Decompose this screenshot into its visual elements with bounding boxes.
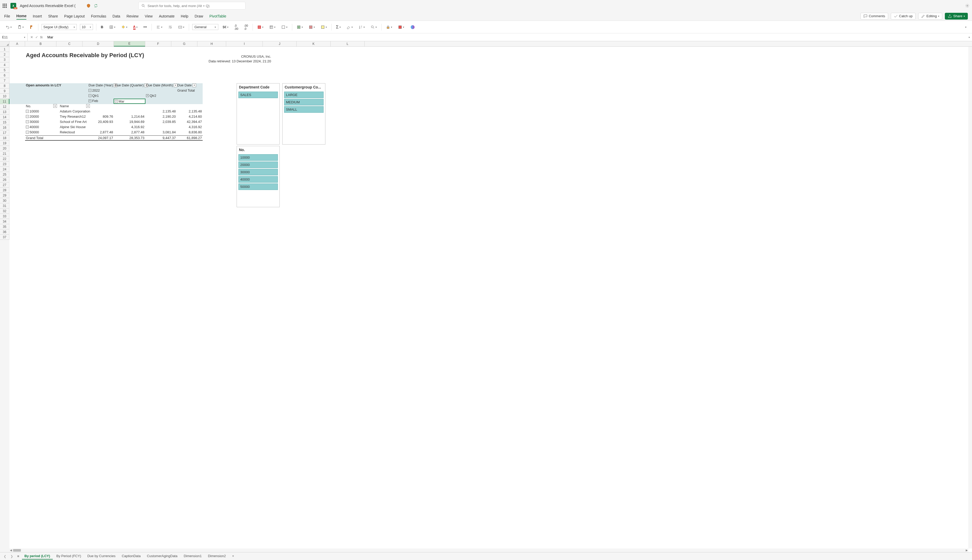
tab-home[interactable]: Home [17,13,27,20]
collapse-icon[interactable]: − [26,120,29,123]
format-cells-button[interactable]: ▾ [319,24,328,30]
sheet-tab-captiondata[interactable]: CaptionData [119,553,143,560]
formula-expand-icon[interactable]: ▾ [969,36,970,38]
qtr1-value[interactable]: −Qtr1 [88,94,114,98]
fx-icon[interactable]: fx [40,35,43,39]
col-header-I[interactable]: I [226,41,263,47]
row-header-23[interactable]: 23 [0,162,9,167]
format-painter-button[interactable] [28,24,35,30]
row-header-37[interactable]: 37 [0,235,9,240]
row-header-24[interactable]: 24 [0,167,9,172]
formula-input[interactable] [45,35,969,39]
font-family-select[interactable]: Segoe UI (Body)▾ [42,24,77,30]
collapse-icon[interactable]: − [89,89,92,92]
expand-icon[interactable]: + [146,94,149,97]
align-button[interactable]: ▾ [155,24,164,30]
col-header-D[interactable]: D [82,41,114,47]
sensitivity-button[interactable]: ▾ [385,24,394,30]
row-header-35[interactable]: 35 [0,224,9,229]
qtr2-value[interactable]: +Qtr2 [145,94,171,98]
col-header-F[interactable]: F [145,41,171,47]
scroll-left-icon[interactable]: ◀ [10,549,12,552]
row-header-17[interactable]: 17 [0,130,9,135]
slicer-item-50000[interactable]: 50000 [239,183,278,190]
name-col-header[interactable]: Name [59,104,85,108]
collapse-icon[interactable]: − [89,94,92,97]
col-header-H[interactable]: H [197,41,226,47]
slicer-customergroup[interactable]: Customergroup Co... LARGE MEDIUM SMALL [282,83,326,145]
sheet-tab-dimension1[interactable]: Dimension1 [181,553,204,560]
expand-icon[interactable]: + [115,100,118,103]
row-header-11[interactable]: 11 [0,99,9,104]
year-value[interactable]: −2022 [88,88,114,92]
sheet-tab-customeragingdata[interactable]: CustomerAgingData [144,553,180,560]
row-header-6[interactable]: 6 [0,73,9,78]
insert-cells-button[interactable]: ▾ [296,24,304,30]
no-filter[interactable]: ▾ [52,104,58,108]
sort-filter-button[interactable]: ▾ [357,24,366,30]
row-no[interactable]: −20000 [25,115,57,118]
currency-button[interactable]: $€▾ [222,24,230,30]
row-header-36[interactable]: 36 [0,229,9,235]
row-no[interactable]: −40000 [25,125,57,129]
scroll-thumb[interactable] [13,549,21,552]
sheet-nav-prev[interactable]: ❮ [2,554,8,559]
format-table-button[interactable]: ▾ [268,24,277,30]
row-header-22[interactable]: 22 [0,156,9,162]
feb-value[interactable]: +Feb [88,99,114,103]
row-header-20[interactable]: 20 [0,146,9,151]
row-header-13[interactable]: 13 [0,109,9,115]
row-header-26[interactable]: 26 [0,177,9,182]
col-header-G[interactable]: G [171,41,197,47]
row-header-10[interactable]: 10 [0,94,9,99]
find-button[interactable]: ▾ [369,24,378,30]
row-header-9[interactable]: 9 [0,88,9,94]
ribbon-expand-button[interactable]: ▾ [964,25,968,29]
row-header-5[interactable]: 5 [0,68,9,73]
slicer-item-sales[interactable]: SALES [239,92,278,98]
autosum-button[interactable]: Σ▾ [335,24,342,30]
tab-automate[interactable]: Automate [159,13,174,19]
row-header-33[interactable]: 33 [0,214,9,219]
bold-button[interactable]: B [100,24,104,30]
slicer-item-large[interactable]: LARGE [284,92,324,98]
row-header-2[interactable]: 2 [0,52,9,57]
add-sheet-button[interactable]: + [230,553,237,560]
sensitivity-icon[interactable] [86,3,91,8]
filter-icon[interactable]: ▾ [192,83,196,87]
tab-share[interactable]: Share [48,13,58,19]
tab-formulas[interactable]: Formulas [91,13,106,19]
font-color-button[interactable]: A▾ [132,24,139,30]
row-header-21[interactable]: 21 [0,151,9,156]
sheet-tab-dimension2[interactable]: Dimension2 [205,553,229,560]
row-header-12[interactable]: 12 [0,104,9,109]
tab-help[interactable]: Help [181,13,188,19]
tab-insert[interactable]: Insert [33,13,42,19]
row-header-32[interactable]: 32 [0,208,9,214]
collapse-icon[interactable]: − [26,125,29,128]
name-filter[interactable]: ▾ [85,104,90,108]
vertical-scrollbar[interactable] [968,47,972,548]
number-format-select[interactable]: General▾ [192,24,218,30]
slicer-no[interactable]: No. 10000 20000 30000 40000 50000 [237,146,280,207]
row-header-28[interactable]: 28 [0,188,9,193]
filter-icon[interactable]: ▾ [86,104,90,108]
sheet-tab-by-period-lcy[interactable]: By period (LCY) [22,553,53,560]
row-no[interactable]: −50000 [25,130,57,134]
wrap-text-button[interactable] [167,24,174,30]
due-date-header[interactable]: Due Date▾ [177,83,203,87]
expand-icon[interactable]: + [89,99,92,102]
slicer-department[interactable]: Department Code SALES [237,83,280,145]
sheet-tab-due-by-currencies[interactable]: Due by Currencies [85,553,118,560]
row-header-4[interactable]: 4 [0,62,9,68]
catchup-button[interactable]: Catch up [891,13,915,20]
col-header-A[interactable]: A [9,41,25,47]
row-header-25[interactable]: 25 [0,172,9,177]
col-header-C[interactable]: C [57,41,82,47]
collapse-icon[interactable]: − [26,115,29,118]
borders-button[interactable]: ▾ [108,24,117,30]
tab-data[interactable]: Data [113,13,120,19]
apps-launcher-icon[interactable] [3,3,7,8]
row-header-27[interactable]: 27 [0,182,9,188]
comments-button[interactable]: Comments [860,13,888,20]
